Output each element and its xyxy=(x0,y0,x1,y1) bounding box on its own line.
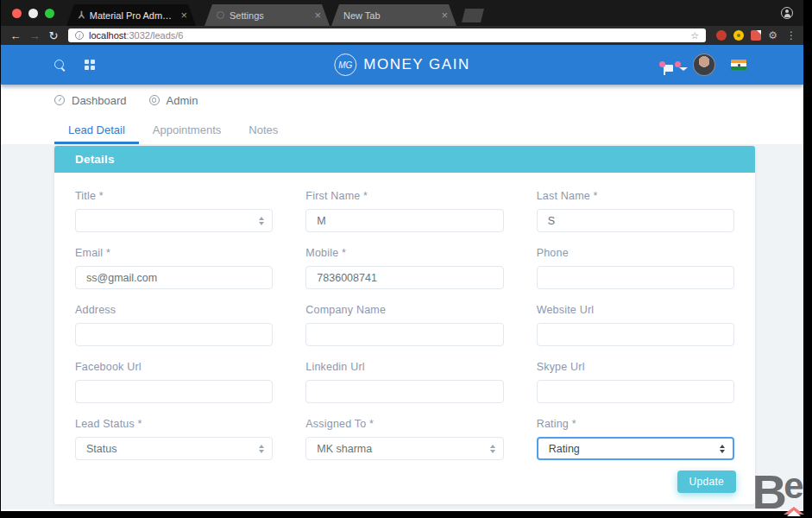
breadcrumb: Dashboard Admin xyxy=(1,85,803,116)
field-website-url: Website Url xyxy=(537,304,734,346)
input-value: 7836008741 xyxy=(317,272,377,284)
lead-form: Title * First Name * M Last Name * xyxy=(54,173,755,471)
site-info-icon[interactable]: i xyxy=(75,31,84,40)
rating-select[interactable]: Rating xyxy=(537,437,734,460)
field-label: Linkedin Url xyxy=(305,361,503,373)
forward-button[interactable]: → xyxy=(27,29,42,42)
extension-icon-red[interactable] xyxy=(716,30,727,41)
field-label: Mobile * xyxy=(305,247,503,259)
browser-tab-material-pro[interactable]: ⅄ Material Pro Admin Template × xyxy=(66,4,196,26)
field-label: Skype Url xyxy=(537,361,734,373)
extension-icon-yellow[interactable] xyxy=(733,30,744,41)
bookmark-star-icon[interactable]: ☆ xyxy=(690,30,699,41)
address-input[interactable] xyxy=(75,323,273,346)
details-card: Details Title * First Name * M xyxy=(54,146,755,504)
last-name-input[interactable]: S xyxy=(537,209,734,232)
apps-grid-icon[interactable] xyxy=(85,60,95,70)
mobile-input[interactable]: 7836008741 xyxy=(305,266,503,289)
browser-tab-settings[interactable]: Settings × xyxy=(205,4,330,26)
extension-icon-pdf[interactable] xyxy=(751,30,761,41)
header-right-icons xyxy=(662,54,746,76)
field-mobile: Mobile * 7836008741 xyxy=(305,247,503,289)
browser-menu-icon[interactable]: ⋮ xyxy=(786,29,796,41)
brand-name: MONEY GAIN xyxy=(363,56,469,73)
field-skype-url: Skype Url xyxy=(537,361,734,403)
close-window-button[interactable] xyxy=(12,9,22,18)
browser-profile-icon[interactable] xyxy=(781,7,793,19)
update-button[interactable]: Update xyxy=(677,471,737,493)
input-value: S xyxy=(548,215,555,227)
input-value: M xyxy=(317,215,325,227)
tab-appointments[interactable]: Appointments xyxy=(139,117,236,144)
watermark-caret-icon xyxy=(784,507,804,515)
select-value: MK sharma xyxy=(317,443,372,455)
select-arrows-icon xyxy=(720,445,725,453)
first-name-input[interactable]: M xyxy=(305,209,503,232)
breadcrumb-label: Admin xyxy=(167,94,198,107)
language-flag-icon[interactable] xyxy=(731,60,746,70)
field-label: Address xyxy=(75,304,273,316)
title-select[interactable] xyxy=(75,209,273,232)
browser-tab-new-tab[interactable]: New Tab × xyxy=(331,4,456,26)
website-url-input[interactable] xyxy=(537,323,734,346)
card-footer: Update xyxy=(54,471,755,504)
window-controls xyxy=(12,9,54,18)
breadcrumb-label: Dashboard xyxy=(72,94,127,107)
skype-url-input[interactable] xyxy=(537,380,734,403)
field-rating: Rating * Rating xyxy=(537,418,734,460)
assigned-to-select[interactable]: MK sharma xyxy=(305,437,503,460)
input-value: ss@gmail.com xyxy=(86,272,157,284)
field-label: Website Url xyxy=(537,304,734,316)
field-label: Last Name * xyxy=(537,190,734,202)
tab-close-icon[interactable]: × xyxy=(180,9,187,21)
url-path: :3032/leads/6 xyxy=(126,30,183,41)
field-phone: Phone xyxy=(537,247,734,289)
facebook-url-input[interactable] xyxy=(75,380,273,403)
app-header: MG MONEY GAIN xyxy=(1,45,803,85)
email-input[interactable]: ss@gmail.com xyxy=(75,266,273,289)
new-tab-button[interactable] xyxy=(462,9,484,22)
settings-gear-icon[interactable]: ⚙ xyxy=(768,29,777,41)
extension-icons: ⚙ ⋮ xyxy=(716,29,796,41)
breadcrumb-admin[interactable]: Admin xyxy=(149,94,198,107)
tab-lead-detail[interactable]: Lead Detail xyxy=(54,117,139,144)
field-email: Email * ss@gmail.com xyxy=(75,247,273,289)
dashboard-icon xyxy=(54,95,65,105)
address-bar[interactable]: i localhost :3032/leads/6 ☆ xyxy=(68,28,706,42)
linkedin-url-input[interactable] xyxy=(305,380,503,403)
select-value: Status xyxy=(86,443,116,455)
tab-notes[interactable]: Notes xyxy=(235,117,292,144)
select-value: Rating xyxy=(549,443,580,455)
message-badge xyxy=(675,61,681,67)
tab-close-icon[interactable]: × xyxy=(314,9,321,21)
tab-favicon: ⅄ xyxy=(79,9,85,21)
watermark-e: e xyxy=(784,468,803,504)
field-company-name: Company Name xyxy=(305,304,503,346)
tab-close-icon[interactable]: × xyxy=(441,9,448,21)
company-name-input[interactable] xyxy=(305,323,503,346)
refresh-button[interactable]: ↻ xyxy=(46,29,61,42)
browser-urlbar: ← → ↻ i localhost :3032/leads/6 ☆ ⚙ ⋮ xyxy=(1,26,803,45)
field-title: Title * xyxy=(75,190,273,232)
url-host: localhost xyxy=(89,30,126,41)
browser-window: ⅄ Material Pro Admin Template × Settings… xyxy=(1,0,803,511)
lead-status-select[interactable]: Status xyxy=(75,437,273,460)
minimize-window-button[interactable] xyxy=(28,9,38,18)
phone-input[interactable] xyxy=(537,266,734,289)
field-label: Email * xyxy=(75,247,273,259)
card-title: Details xyxy=(54,146,755,173)
search-icon[interactable] xyxy=(54,60,66,71)
zoom-window-button[interactable] xyxy=(45,9,54,18)
field-last-name: Last Name * S xyxy=(537,190,734,232)
field-linkedin-url: Linkedin Url xyxy=(305,361,503,403)
field-first-name: First Name * M xyxy=(305,190,503,232)
brand: MG MONEY GAIN xyxy=(334,54,469,76)
watermark-b: B xyxy=(752,468,785,516)
user-avatar[interactable] xyxy=(693,54,715,76)
breadcrumb-dashboard[interactable]: Dashboard xyxy=(54,94,127,107)
back-button[interactable]: ← xyxy=(8,29,23,42)
tab-title: Settings xyxy=(230,10,305,21)
field-lead-status: Lead Status * Status xyxy=(75,418,273,460)
tab-title: Material Pro Admin Template xyxy=(90,10,173,21)
field-label: First Name * xyxy=(305,190,503,202)
